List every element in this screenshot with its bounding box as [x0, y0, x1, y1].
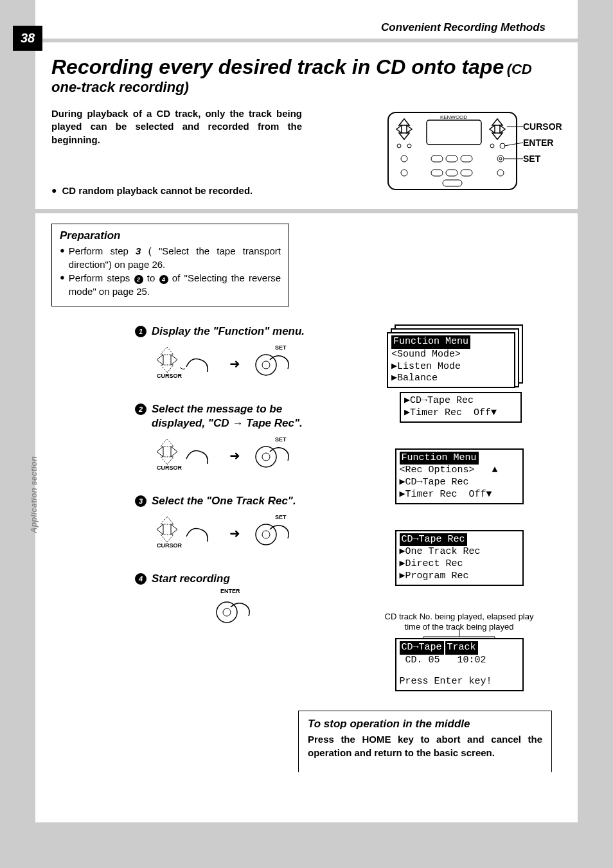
svg-marker-38	[157, 447, 163, 457]
svg-point-14	[500, 143, 505, 148]
header-rule	[35, 39, 578, 42]
step1-action: CURSOR ➜ SET	[154, 344, 328, 383]
svg-marker-9	[492, 119, 502, 125]
svg-marker-42	[161, 517, 173, 524]
svg-marker-4	[399, 133, 409, 139]
side-section-label: Application section	[29, 456, 39, 533]
remote-set-label: SET	[523, 154, 540, 164]
svg-point-8	[407, 144, 411, 148]
preparation-box: Preparation ● Perform step 3 ( "Select t…	[51, 224, 289, 306]
svg-marker-10	[492, 133, 502, 139]
svg-rect-26	[443, 180, 462, 186]
chapter-title: Convenient Recording Methods	[51, 16, 552, 34]
step1-title: Display the "Function" menu.	[152, 324, 305, 338]
arrow-icon-2: ➜	[229, 448, 240, 463]
svg-point-15	[401, 155, 407, 162]
svg-rect-24	[461, 170, 472, 176]
svg-marker-5	[396, 125, 402, 133]
section-rule	[35, 209, 578, 213]
screen1-l5: ▶Timer Rec Off▼	[404, 407, 517, 420]
enter-press-icon: ENTER	[209, 592, 254, 630]
note-random: ● CD random playback cannot be recorded.	[51, 185, 302, 196]
set-press-icon: SET	[248, 344, 293, 383]
set-label-1: SET	[275, 344, 287, 351]
step4-title: Start recording	[152, 572, 230, 585]
prep-item-1: Perform step 3 ( "Select the tape transp…	[69, 244, 281, 271]
screen-2: Function Menu <Rec Options> ▲ ▶CD→Tape R…	[395, 448, 524, 504]
svg-marker-31	[161, 365, 173, 373]
step3-action: CURSOR ➜ SET	[154, 514, 328, 553]
stop-title: To stop operation in the middle	[308, 718, 542, 731]
svg-marker-44	[157, 524, 163, 535]
screen2-title: Function Menu	[400, 452, 479, 465]
enter-label: ENTER	[220, 588, 240, 594]
svg-rect-17	[446, 155, 458, 162]
svg-rect-16	[431, 155, 443, 162]
svg-point-49	[223, 608, 231, 616]
stop-body: Press the HOME key to abort and cancel t…	[308, 732, 542, 759]
prep-item-2: Perform steps 2 to 4 of "Selecting the r…	[69, 271, 281, 298]
svg-rect-22	[431, 170, 443, 176]
screen3-title: CD→Tape Rec	[400, 533, 467, 547]
intro-text: During playback of a CD track, only the …	[51, 107, 302, 146]
svg-rect-1	[427, 120, 481, 145]
main-title: Recording every desired track in CD onto…	[51, 55, 504, 78]
svg-rect-0	[388, 112, 517, 190]
step4-num: 4	[135, 573, 147, 585]
screen1-title: Function Menu	[391, 335, 470, 349]
set-press-icon-3: SET	[248, 514, 293, 553]
screen2-l3: ▶Timer Rec Off▼	[400, 489, 519, 501]
step4-action: ENTER	[135, 592, 328, 630]
screen4-l1: CD. 05 10:02	[400, 655, 519, 667]
stop-box: To stop operation in the middle Press th…	[298, 711, 552, 772]
screen1-l3: ▶Balance	[391, 373, 511, 385]
screen3-l2: ▶Direct Rec	[400, 558, 519, 571]
svg-point-20	[499, 157, 502, 160]
step3-title: Select the "One Track Rec".	[152, 494, 296, 508]
set-label-2: SET	[275, 436, 287, 443]
svg-marker-11	[490, 125, 495, 133]
svg-rect-18	[461, 155, 472, 162]
step-4: 4 Start recording ENTER	[135, 572, 328, 630]
note1-text: CD random playback cannot be recorded.	[62, 185, 253, 196]
svg-marker-39	[171, 447, 177, 457]
svg-point-35	[262, 361, 270, 369]
screen3-l1: ▶One Track Rec	[400, 546, 519, 558]
title-row: Recording every desired track in CD onto…	[51, 55, 552, 96]
svg-marker-6	[407, 125, 412, 133]
step-2: 2 Select the message to be displayed, "C…	[135, 402, 328, 475]
step2-title: Select the message to be displayed, "CD …	[152, 402, 328, 430]
cursor-press-icon-2: CURSOR	[154, 436, 222, 475]
screen4-title-r: Track	[444, 641, 478, 655]
step-1: 1 Display the "Function" menu.	[135, 324, 328, 383]
step2-num: 2	[135, 403, 147, 415]
screen1-l4: ▶CD→Tape Rec	[404, 395, 517, 407]
svg-point-25	[497, 170, 504, 176]
screen4-l2: Press Enter key!	[400, 676, 519, 688]
svg-marker-36	[161, 439, 173, 447]
svg-marker-33	[171, 355, 177, 365]
step1-num: 1	[135, 326, 147, 337]
arrow-icon: ➜	[229, 356, 240, 371]
svg-rect-23	[446, 170, 458, 176]
remote-enter-label: ENTER	[523, 137, 553, 148]
set-label-3: SET	[275, 514, 287, 520]
screen-3: CD→Tape Rec ▶One Track Rec ▶Direct Rec ▶…	[395, 530, 524, 586]
step2-action: CURSOR ➜ SET	[154, 436, 328, 475]
svg-marker-3	[399, 119, 409, 125]
set-press-icon-2: SET	[248, 436, 293, 475]
svg-marker-30	[161, 347, 173, 355]
svg-line-28	[504, 143, 523, 146]
svg-point-13	[490, 144, 494, 148]
screen-4: CD→TapeTrack CD. 05 10:02 Press Enter ke…	[395, 638, 524, 691]
svg-point-21	[401, 170, 407, 176]
svg-point-47	[262, 531, 270, 538]
screen2-l2: ▶CD→Tape Rec	[400, 477, 519, 489]
svg-text:KENWOOD: KENWOOD	[440, 114, 467, 120]
prep-title: Preparation	[60, 229, 281, 242]
svg-marker-45	[171, 524, 177, 535]
svg-marker-12	[500, 125, 505, 133]
cursor-label-3: CURSOR	[157, 542, 182, 549]
cursor-press-icon-3: CURSOR	[154, 514, 222, 553]
screen2-l1: <Rec Options> ▲	[400, 465, 519, 477]
